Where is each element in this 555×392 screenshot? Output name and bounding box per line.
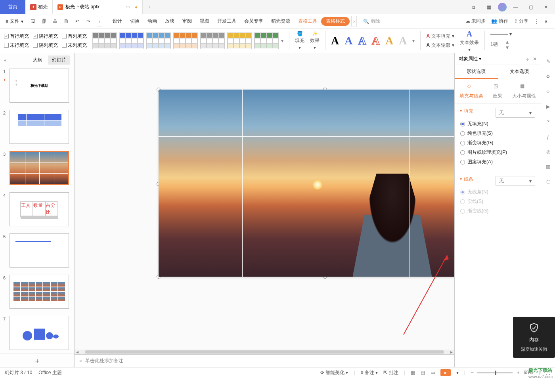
section-line[interactable]: 线条: [460, 176, 473, 183]
smart-beautify-button[interactable]: ⟳ 智能美化 ▾: [320, 369, 348, 376]
radio-gradient-fill[interactable]: 渐变填充(G): [460, 140, 535, 146]
tab-menu-icon[interactable]: ▭: [126, 4, 130, 10]
text-effect-button[interactable]: A文本效果 ▾: [460, 29, 479, 52]
line-sample[interactable]: ▾: [490, 31, 512, 37]
zoom-in-icon[interactable]: ＋: [516, 369, 521, 376]
avatar[interactable]: [498, 3, 507, 11]
reading-view-icon[interactable]: ⧈: [468, 1, 480, 13]
star-tool-icon[interactable]: ☆: [546, 89, 550, 94]
pin-icon[interactable]: ⟐: [526, 56, 529, 62]
text-outline-button[interactable]: A 文本轮廓 ▾: [426, 42, 454, 49]
ribbon-tab-table-style[interactable]: 表格样式: [321, 17, 350, 26]
subtab-fill-line[interactable]: ◇填充与线条: [459, 83, 483, 99]
text-style-1[interactable]: A: [331, 34, 339, 47]
redo-icon[interactable]: ↷: [84, 17, 93, 26]
table-style-2[interactable]: [119, 33, 144, 49]
text-style-6[interactable]: A: [399, 34, 407, 47]
nav-tab-slides[interactable]: 幻灯片: [48, 55, 70, 65]
table-style-5[interactable]: [200, 33, 225, 49]
print-icon[interactable]: 🖶: [50, 17, 60, 26]
fill-button[interactable]: 🪣填充 ▾: [295, 31, 304, 50]
slide-thumb-5[interactable]: [10, 233, 69, 268]
share-button[interactable]: ⇪ 分享: [514, 18, 528, 25]
fx-tool-icon[interactable]: ƒ: [547, 134, 549, 140]
chevron-down-icon[interactable]: ▾: [479, 56, 481, 61]
radio-pattern-fill[interactable]: 图案填充(A): [460, 159, 535, 165]
slide-thumb-4[interactable]: 工具数量占分比: [10, 192, 69, 226]
zoom-slider[interactable]: [477, 372, 513, 373]
save-icon[interactable]: 🖫: [28, 17, 38, 26]
ribbon-tab-transitions[interactable]: 切换: [126, 14, 144, 29]
slide-thumb-3[interactable]: [10, 151, 69, 185]
ribbon-tab-view[interactable]: 视图: [196, 14, 213, 29]
chk-banded-cols[interactable]: 隔列填充: [33, 42, 58, 49]
slide-thumbnails[interactable]: 1✦极光下载站24 2 3 4工具数量占分比 5 6 7 8: [0, 67, 74, 354]
more-icon[interactable]: ⋮: [534, 19, 539, 24]
tab-document[interactable]: P 极光下载站.pptx ▭ ●: [53, 0, 143, 14]
save-as-icon[interactable]: 🗐: [39, 17, 49, 26]
table-style-4[interactable]: [173, 33, 198, 49]
minimize-icon[interactable]: ―: [510, 1, 522, 13]
comments-toggle[interactable]: ⇱ 批注: [383, 369, 398, 376]
table-style-7[interactable]: [254, 33, 279, 49]
table-style-3[interactable]: [146, 33, 171, 49]
chk-banded-rows[interactable]: 隔行填充: [33, 33, 58, 40]
chevron-down-icon[interactable]: ▾: [456, 370, 459, 375]
line-weight-input[interactable]: 1磅 ▲▼: [490, 39, 512, 50]
text-style-5[interactable]: A: [385, 34, 393, 47]
ribbon-tab-developer[interactable]: 开发工具: [213, 14, 240, 29]
notes-toggle[interactable]: ≡ 备注 ▾: [361, 369, 378, 376]
ribbon-tab-slideshow[interactable]: 放映: [161, 14, 178, 29]
library-tool-icon[interactable]: ▥: [546, 164, 550, 170]
ribbon-tab-design[interactable]: 设计: [109, 14, 126, 29]
section-fill[interactable]: 填充: [460, 108, 473, 115]
line-dropdown[interactable]: 无▾: [496, 176, 535, 186]
chk-first-col[interactable]: 首列填充: [62, 33, 87, 40]
table-style-1[interactable]: [92, 33, 117, 49]
tab-add[interactable]: ＋: [143, 4, 157, 10]
collab-button[interactable]: 👥 协作: [491, 18, 508, 25]
ribbon-tab-animations[interactable]: 动画: [144, 14, 161, 29]
chk-last-row[interactable]: 末行填充: [4, 42, 29, 49]
slide-thumb-6[interactable]: [10, 275, 69, 309]
zoom-out-icon[interactable]: −: [471, 370, 474, 375]
help-tool-icon[interactable]: ?: [547, 119, 549, 124]
view-normal-icon[interactable]: ▦: [411, 370, 415, 375]
ribbon-tab-table-tools[interactable]: 表格工具: [294, 14, 321, 29]
tab-docer[interactable]: ✦稻壳: [25, 0, 53, 14]
close-panel-icon[interactable]: ✕: [533, 56, 537, 62]
radio-picture-fill[interactable]: 图片或纹理填充(P): [460, 149, 535, 156]
notes-bar[interactable]: ≡ 单击此处添加备注: [75, 354, 454, 367]
undo-icon[interactable]: ↶: [73, 17, 82, 26]
print-preview-icon[interactable]: 🖹: [61, 17, 71, 26]
horizontal-scrollbar[interactable]: ◂▸: [75, 350, 454, 354]
design-tool-icon[interactable]: ✎: [546, 59, 550, 64]
slideshow-button[interactable]: ▸: [440, 369, 451, 376]
radio-no-fill[interactable]: 无填充(N): [460, 120, 535, 127]
add-slide-button[interactable]: ＋: [0, 354, 74, 367]
ribbon-tab-review[interactable]: 审阅: [178, 14, 196, 29]
text-fill-button[interactable]: A 文本填充 ▾: [426, 33, 454, 40]
search-input[interactable]: 🔍 剪除: [363, 18, 411, 25]
ribbon-tab-member[interactable]: 会员专享: [240, 14, 267, 29]
ribbon-prev-icon[interactable]: ‹: [97, 16, 102, 27]
table-style-gallery[interactable]: ▾: [92, 33, 283, 49]
fill-dropdown[interactable]: 无▾: [496, 108, 535, 118]
file-menu[interactable]: ≡ 文件 ▾: [2, 18, 27, 25]
view-sorter-icon[interactable]: ▤: [421, 370, 425, 375]
slide-thumb-1[interactable]: 极光下载站24: [10, 69, 69, 103]
view-reading-icon[interactable]: ▭: [431, 370, 435, 375]
chk-first-row[interactable]: 首行填充: [4, 33, 29, 40]
close-icon[interactable]: ✕: [540, 1, 552, 13]
collapse-ribbon-icon[interactable]: ∧: [544, 19, 548, 24]
ribbon-tab-docer[interactable]: 稻壳资源: [267, 14, 294, 29]
tab-home[interactable]: 首页: [0, 0, 25, 14]
slide-thumb-2[interactable]: [10, 110, 69, 144]
settings-tool-icon[interactable]: ⚙: [546, 74, 550, 79]
security-popup[interactable]: 内存 深度加速关闭: [513, 317, 555, 358]
text-style-3[interactable]: A: [358, 34, 366, 47]
radio-gradient-line[interactable]: 渐变线(G): [460, 208, 535, 214]
gallery-more-icon[interactable]: ▾: [281, 38, 283, 44]
present-tool-icon[interactable]: ▶: [546, 104, 550, 109]
sync-status[interactable]: ☁ 未同步: [465, 18, 486, 25]
